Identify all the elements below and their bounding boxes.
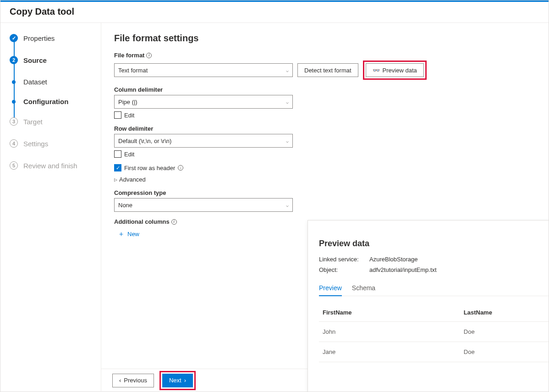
highlight-next: Next › — [159, 371, 196, 390]
table-row: Jane Doe — [319, 342, 549, 362]
edit-label: Edit — [124, 151, 134, 158]
advanced-toggle[interactable]: ▷ Advanced — [114, 176, 536, 183]
edit-label: Edit — [124, 112, 134, 119]
col-header-firstname: FirstName — [319, 304, 460, 322]
step-connector-line — [14, 38, 15, 121]
step-review[interactable]: 5 Review and finish — [10, 161, 101, 170]
compression-type-select[interactable]: None ⌵ — [114, 198, 293, 212]
info-icon[interactable]: i — [171, 219, 177, 225]
previous-button[interactable]: ‹ Previous — [112, 374, 154, 387]
object-value: adfv2tutorial/inputEmp.txt — [369, 266, 437, 273]
chevron-down-icon: ⌵ — [286, 203, 289, 208]
wizard-steps-sidebar: ✓ Properties 2 Source Dataset Configurat… — [0, 23, 101, 391]
step-number-icon: 5 — [10, 161, 18, 170]
check-icon: ✓ — [10, 34, 18, 42]
step-number-icon: 2 — [10, 56, 18, 64]
column-delimiter-select[interactable]: Pipe (|) ⌵ — [114, 95, 293, 109]
object-label: Object: — [319, 266, 369, 273]
info-icon[interactable]: i — [146, 53, 152, 58]
step-properties[interactable]: ✓ Properties — [10, 34, 101, 42]
preview-data-panel: ⤢ ✕ Preview data Linked service: AzureBl… — [307, 220, 549, 392]
table-row: John Doe — [319, 322, 549, 342]
linked-service-value: AzureBlobStorage — [369, 256, 418, 263]
file-format-label: File format — [114, 52, 144, 59]
column-delimiter-label: Column delimiter — [114, 86, 163, 93]
triangle-right-icon: ▷ — [114, 177, 117, 182]
preview-data-button[interactable]: 👓 Preview data — [366, 63, 424, 77]
step-target[interactable]: 3 Target — [10, 117, 101, 126]
col-header-lastname: LastName — [460, 304, 549, 322]
tab-preview[interactable]: Preview — [319, 281, 342, 296]
page-title: Copy Data tool — [0, 2, 549, 23]
additional-columns-label: Additional columns — [114, 218, 170, 225]
row-delimiter-label: Row delimiter — [114, 125, 153, 132]
row-delimiter-select[interactable]: Default (\r,\n, or \r\n) ⌵ — [114, 134, 293, 148]
first-row-header-label: First row as header — [124, 165, 175, 171]
linked-service-label: Linked service: — [319, 256, 369, 263]
compression-type-label: Compression type — [114, 189, 166, 196]
info-icon[interactable]: i — [178, 165, 183, 171]
add-column-button[interactable]: ＋ New — [118, 230, 139, 238]
tab-schema[interactable]: Schema — [352, 281, 375, 296]
chevron-right-icon: › — [184, 377, 186, 384]
glasses-icon: 👓 — [373, 67, 380, 74]
substep-configuration[interactable]: Configuration — [10, 98, 101, 105]
step-source[interactable]: 2 Source — [10, 56, 101, 64]
plus-icon: ＋ — [118, 230, 125, 238]
section-heading: File format settings — [114, 33, 536, 44]
first-row-header-checkbox[interactable]: ✓ — [114, 164, 121, 171]
chevron-down-icon: ⌵ — [286, 68, 289, 73]
step-number-icon: 4 — [10, 139, 18, 148]
next-button[interactable]: Next › — [162, 374, 193, 387]
step-number-icon: 3 — [10, 117, 18, 126]
preview-panel-title: Preview data — [319, 239, 549, 248]
preview-data-table: FirstName LastName John Doe Jane Doe — [319, 304, 549, 362]
chevron-down-icon: ⌵ — [286, 138, 289, 144]
highlight-preview-data: 👓 Preview data — [363, 61, 427, 80]
col-delim-edit-checkbox[interactable] — [114, 111, 121, 119]
detect-text-format-button[interactable]: Detect text format — [297, 63, 358, 77]
row-delim-edit-checkbox[interactable] — [114, 150, 121, 158]
chevron-down-icon: ⌵ — [286, 99, 289, 105]
file-format-select[interactable]: Text format ⌵ — [114, 63, 293, 77]
chevron-left-icon: ‹ — [119, 377, 121, 384]
substep-dataset[interactable]: Dataset — [10, 78, 101, 86]
step-settings[interactable]: 4 Settings — [10, 139, 101, 148]
